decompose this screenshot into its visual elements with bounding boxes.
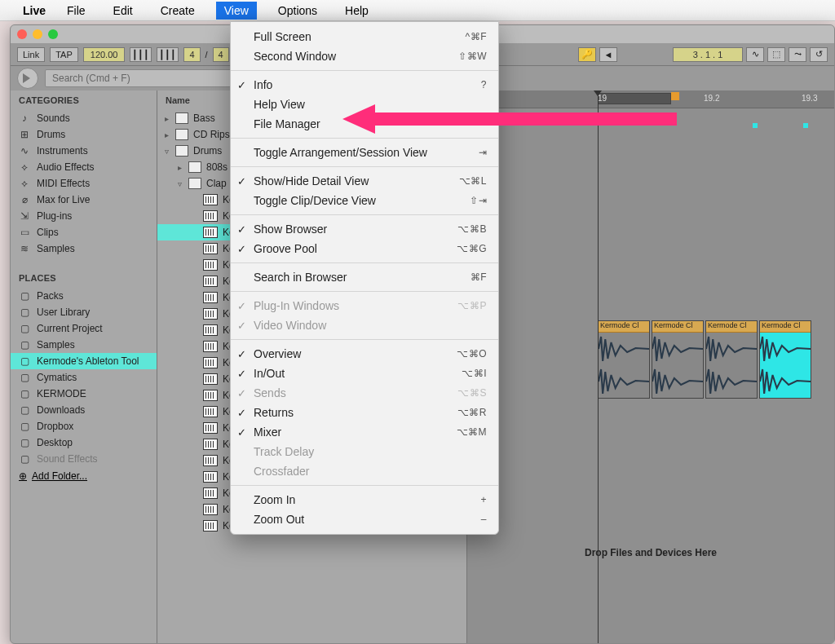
preview-play-icon[interactable]: [17, 68, 38, 89]
sidebar-place-item[interactable]: ▢Packs: [11, 288, 157, 304]
sidebar-category-item[interactable]: ▭Clips: [11, 224, 157, 240]
add-folder-button[interactable]: ⊕ Add Folder...: [11, 467, 157, 485]
menu-view[interactable]: View: [216, 2, 257, 20]
categories-heading: CATEGORIES: [11, 90, 157, 110]
menu-item-groove-pool[interactable]: ✓Groove Pool⌥⌘G: [231, 239, 498, 258]
draw-mode-button[interactable]: ∿: [746, 47, 764, 62]
timesig-den[interactable]: 4: [213, 47, 229, 62]
menu-item-info[interactable]: ✓Info?: [231, 75, 498, 95]
audio-clip[interactable]: Kermode Cl: [705, 320, 758, 399]
category-icon: ∿: [19, 145, 30, 157]
sidebar-category-item[interactable]: ⌀Max for Live: [11, 192, 157, 208]
menu-item-mixer[interactable]: ✓Mixer⌥⌘M: [231, 422, 498, 442]
category-icon: ⌀: [19, 194, 30, 205]
disclosure-triangle-icon[interactable]: ▿: [162, 147, 170, 156]
menu-item-label: In/Out: [254, 367, 285, 380]
folder-icon: [188, 178, 201, 189]
audio-clip[interactable]: Kermode Cl: [759, 320, 811, 399]
menu-item-show-hide-detail-view[interactable]: ✓Show/Hide Detail View⌥⌘L: [231, 171, 498, 191]
sidebar-place-item[interactable]: ▢Samples: [11, 337, 157, 353]
waveform-icon: [203, 210, 218, 222]
nudge-up-button[interactable]: ┃┃┃: [157, 47, 179, 62]
menu-item-show-browser[interactable]: ✓Show Browser⌥⌘B: [231, 219, 498, 239]
sidebar-place-item[interactable]: ▢Desktop: [11, 434, 157, 451]
menu-item-zoom-out[interactable]: Zoom Out–: [231, 509, 498, 529]
sidebar-place-item[interactable]: ▢Sound Effects: [11, 451, 157, 467]
waveform-icon: [203, 259, 218, 271]
menu-item-returns[interactable]: ✓Returns⌥⌘R: [231, 403, 498, 422]
place-label: Samples: [37, 339, 75, 351]
menu-item-search-in-browser[interactable]: Search in Browser⌘F: [231, 267, 498, 287]
menu-item-crossfader: Crossfader: [231, 461, 498, 481]
sidebar-category-item[interactable]: ⟡Audio Effects: [11, 159, 157, 175]
waveform-icon: [203, 292, 218, 303]
app-name[interactable]: Live: [23, 4, 46, 17]
category-label: Clips: [37, 227, 59, 238]
maximize-button[interactable]: [48, 29, 58, 39]
sidebar-category-item[interactable]: ⟡MIDI Effects: [11, 175, 157, 192]
back-button[interactable]: ◄: [599, 47, 617, 62]
menu-item-sends: ✓Sends⌥⌘S: [231, 383, 498, 403]
tempo-field[interactable]: 120.00: [83, 47, 126, 62]
minimize-button[interactable]: [33, 29, 42, 39]
sidebar-place-item[interactable]: ▢Kermode's Ableton Tool: [11, 353, 157, 369]
disclosure-triangle-icon[interactable]: ▸: [162, 130, 170, 139]
menu-shortcut: ⇧⌘W: [458, 51, 487, 62]
waveform-icon: [203, 194, 218, 205]
sidebar-category-item[interactable]: ♪Sounds: [11, 110, 157, 126]
tap-button[interactable]: TAP: [50, 47, 78, 62]
menu-help[interactable]: Help: [338, 2, 375, 20]
menu-item-full-screen[interactable]: Full Screen^⌘F: [231, 27, 498, 46]
sidebar-category-item[interactable]: ⊞Drums: [11, 126, 157, 143]
arrange-position[interactable]: 3 . 1 . 1: [673, 47, 743, 62]
link-button[interactable]: Link: [17, 47, 45, 62]
ruler-mark: 19.2: [704, 94, 719, 103]
locator-marker[interactable]: [671, 92, 679, 100]
audio-track-lane[interactable]: Kermode Cl Kermode Cl Kermode Cl Kermode…: [467, 320, 834, 402]
audio-clip[interactable]: Kermode Cl: [598, 320, 650, 399]
menu-shortcut: ⌥⌘P: [457, 300, 487, 311]
menu-edit[interactable]: Edit: [107, 2, 139, 20]
menu-create[interactable]: Create: [154, 2, 201, 20]
audio-clip[interactable]: Kermode Cl: [652, 320, 704, 399]
sidebar-place-item[interactable]: ▢Current Project: [11, 320, 157, 337]
clip-label: Kermode Cl: [706, 321, 757, 333]
menu-shortcut: ^⌘F: [466, 31, 487, 42]
sidebar-category-item[interactable]: ≋Samples: [11, 240, 157, 257]
sidebar-place-item[interactable]: ▢Dropbox: [11, 418, 157, 434]
sidebar-place-item[interactable]: ▢Downloads: [11, 402, 157, 418]
menu-options[interactable]: Options: [272, 2, 324, 20]
nudge-down-button[interactable]: ┃┃┃: [130, 47, 152, 62]
key-midi-map-button[interactable]: 🔑: [578, 47, 596, 62]
sidebar-place-item[interactable]: ▢User Library: [11, 304, 157, 320]
sidebar-place-item[interactable]: ▢KERMODE: [11, 386, 157, 402]
arrangement-view[interactable]: 19 19.2 19.3 Kermode Cl Kermode Cl Kermo…: [467, 90, 834, 644]
timesig-num[interactable]: 4: [183, 47, 200, 62]
loop-button[interactable]: ↺: [810, 47, 828, 62]
disclosure-triangle-icon[interactable]: ▸: [162, 114, 170, 123]
disclosure-triangle-icon[interactable]: ▸: [175, 163, 183, 172]
disclosure-triangle-icon[interactable]: ▿: [175, 179, 183, 188]
close-button[interactable]: [17, 29, 27, 39]
places-heading: PLACES: [11, 268, 157, 288]
follow-button[interactable]: ⤳: [789, 47, 806, 62]
menu-item-second-window[interactable]: Second Window⇧⌘W: [231, 46, 498, 66]
menu-shortcut: ?: [481, 79, 487, 90]
automation-button[interactable]: ⬚: [767, 47, 785, 62]
menu-item-overview[interactable]: ✓Overview⌥⌘O: [231, 344, 498, 364]
menu-file[interactable]: File: [60, 2, 92, 20]
playhead[interactable]: [598, 90, 599, 644]
sidebar-category-item[interactable]: ∿Instruments: [11, 143, 157, 159]
menu-item-zoom-in[interactable]: Zoom In+: [231, 490, 498, 509]
sidebar-place-item[interactable]: ▢Cymatics: [11, 369, 157, 386]
place-label: Sound Effects: [37, 453, 98, 465]
sidebar-category-item[interactable]: ⇲Plug-ins: [11, 208, 157, 224]
track-area[interactable]: Kermode Cl Kermode Cl Kermode Cl Kermode…: [467, 108, 834, 644]
menu-item-toggle-clip-device-view[interactable]: Toggle Clip/Device View⇧⇥: [231, 191, 498, 210]
menu-shortcut: ⌥⌘I: [462, 368, 487, 379]
folder-icon: ▢: [19, 453, 30, 465]
menu-item-in-out[interactable]: ✓In/Out⌥⌘I: [231, 364, 498, 383]
timesig-sep: /: [205, 50, 208, 60]
menu-item-label: Plug-In Windows: [254, 299, 339, 312]
menu-shortcut: ⇧⇥: [470, 195, 487, 206]
